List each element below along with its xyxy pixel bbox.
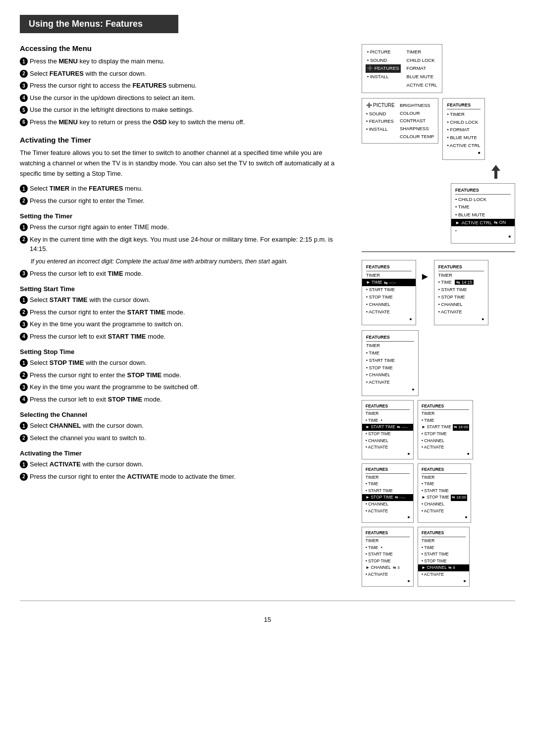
step-4: 4 Use the cursor in the up/down directio…	[20, 93, 347, 103]
page-title: Using the Menus: Features	[29, 19, 143, 29]
timer-step-1: 1 Select TIMER in the FEATURES menu.	[20, 184, 347, 194]
picture-menu-right: BRIGHTNESS COLOUR CONTRAST SHARPNESS COL…	[400, 101, 434, 140]
arrow-right-1: ►	[420, 271, 430, 282]
stop-time-blank-selected: ►STOP TIME ⇆ --:--	[362, 494, 413, 501]
step-1: 1 Press the MENU key to display the main…	[20, 56, 347, 66]
start-time-blank-selected: ►START TIME ⇆ --:--	[362, 424, 413, 431]
setting-start-time-section: Setting Start Time 1 Select START TIME w…	[20, 285, 347, 341]
selecting-channel-section: Selecting the Channel 1 Select CHANNEL w…	[20, 411, 347, 443]
setting-stop-time-heading: Setting Stop Time	[20, 348, 347, 355]
italic-note: If you entered an incorrect digit: Compl…	[31, 257, 347, 266]
channel-3-box: FEATURES TIMER • TIME • • START TIME • S…	[362, 527, 414, 586]
timer-intro: The Timer feature allows you to set the …	[20, 148, 347, 179]
features-menu-box-1: FEATURES • TIMER • CHILD LOCK • FORMAT •…	[442, 98, 484, 160]
section-heading-accessing: Accessing the Menu	[20, 44, 347, 52]
main-menu-col1: • PICTURE • SOUND ➕ FEATURES • INSTALL	[367, 48, 401, 89]
picture-menu-left: ➕PICTURE • SOUND • FEATURES • INSTALL	[366, 101, 395, 140]
activating-timer-sub-heading: Activating the Timer	[20, 450, 347, 457]
step-2: 2 Select FEATURES with the cursor down.	[20, 69, 347, 79]
features-timer-large-box: FEATURES TIMER • TIME • START TIME • STO…	[362, 330, 419, 396]
setting-stop-time-section: Setting Stop Time 1 Select STOP TIME wit…	[20, 348, 347, 404]
channel-8-selected: ►CHANNEL ⇆ 8	[418, 564, 469, 571]
set-timer-step-2: 2 Key in the current time with the digit…	[20, 235, 347, 254]
set-timer-step-3: 3 Press the cursor left to exit TIME mod…	[20, 269, 347, 279]
section-heading-activating-timer: Activating the Timer	[20, 136, 347, 144]
set-timer-step-1: 1 Press the cursor right again to enter …	[20, 222, 347, 232]
start-time-1600-box: FEATURES TIMER • TIME ►START TIME ⇆ 16:0…	[418, 400, 473, 459]
active-ctrl-selected: ► ACTIVE CTRL ⇆ ON	[451, 219, 515, 227]
setting-start-time-heading: Setting Start Time	[20, 285, 347, 293]
timer-menu-1415-box: FEATURES TIMER • TIME ⇆ 14:15 • START TI…	[434, 260, 488, 325]
timer-step-2: 2 Press the cursor right to enter the Ti…	[20, 196, 347, 206]
svg-marker-0	[491, 165, 500, 179]
page-number: 15	[20, 616, 515, 623]
start-time-blank-box: FEATURES TIMER • TIME • ►START TIME ⇆ --…	[362, 400, 414, 459]
arrow-down-indicator	[362, 165, 500, 180]
main-menu-col2: TIMER CHILD LOCK FORMAT BLUE MUTE ACTIVE…	[407, 48, 437, 89]
stop-time-1800-box: FEATURES TIMER • TIME • START TIME ►STOP…	[418, 463, 471, 523]
step-6: 6 Press the MENU key to return or press …	[20, 117, 347, 127]
stop-time-blank-box: FEATURES TIMER • TIME • START TIME ►STOP…	[362, 463, 414, 523]
channel-8-box: FEATURES TIMER • TIME • START TIME • STO…	[418, 527, 470, 586]
right-column: • PICTURE • SOUND ➕ FEATURES • INSTALL T…	[362, 44, 515, 591]
features-active-ctrl-box: FEATURES • CHILD LOCK • TIME • BLUE MUTE…	[451, 183, 515, 244]
page-title-bar: Using the Menus: Features	[20, 15, 178, 33]
activating-timer-sub-section: Activating the Timer 1 Select ACTIVATE w…	[20, 450, 347, 481]
step-3: 3 Press the cursor right to access the F…	[20, 81, 347, 91]
timer-menu-blank-box: FEATURES TIMER ► TIME ⇆ --:-- • START TI…	[362, 260, 416, 325]
setting-timer-section: Setting the Timer 1 Press the cursor rig…	[20, 212, 347, 278]
picture-menu-box: ➕PICTURE • SOUND • FEATURES • INSTALL BR…	[362, 98, 438, 144]
left-column: Accessing the Menu 1 Press the MENU key …	[20, 44, 347, 591]
step-5: 5 Use the cursor in the left/right direc…	[20, 105, 347, 115]
timer-time-selected-blank: ► TIME ⇆ --:--	[362, 279, 416, 286]
main-menu-box: • PICTURE • SOUND ➕ FEATURES • INSTALL T…	[362, 44, 442, 93]
selecting-channel-heading: Selecting the Channel	[20, 411, 347, 418]
setting-timer-heading: Setting the Timer	[20, 212, 347, 220]
